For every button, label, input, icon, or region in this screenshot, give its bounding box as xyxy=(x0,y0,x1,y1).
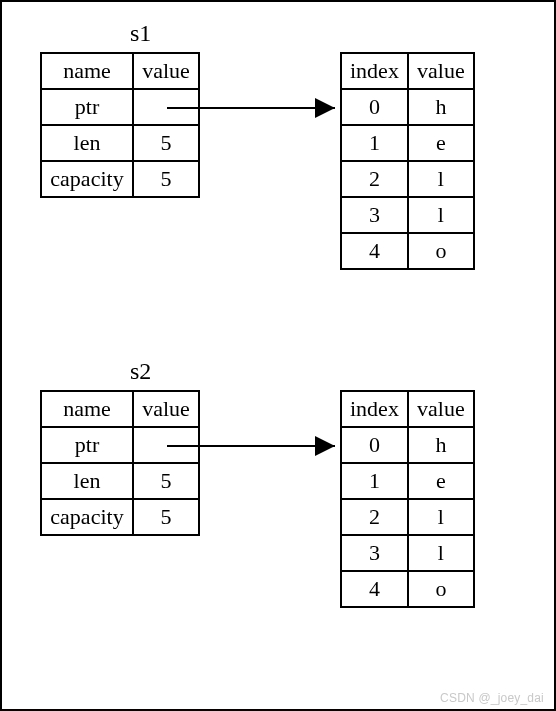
table-row: index value xyxy=(341,53,474,89)
watermark-text: CSDN @_joey_dai xyxy=(440,691,544,705)
s2-heap-cell: e xyxy=(408,463,474,499)
table-row: ptr xyxy=(41,427,199,463)
s1-label: s1 xyxy=(130,20,151,47)
table-row: ptr xyxy=(41,89,199,125)
s1-heap-cell: e xyxy=(408,125,474,161)
s2-heap-cell: 4 xyxy=(341,571,408,607)
s2-meta-cell: 5 xyxy=(133,463,199,499)
s1-meta-cell: capacity xyxy=(41,161,133,197)
s2-heap-cell: 3 xyxy=(341,535,408,571)
diagram-canvas: s1 name value ptr len 5 capacity 5 index… xyxy=(0,0,556,711)
table-row: 3 l xyxy=(341,197,474,233)
s1-heap-cell: l xyxy=(408,197,474,233)
table-row: 4 o xyxy=(341,571,474,607)
s1-meta-cell: 5 xyxy=(133,125,199,161)
s2-meta-header-value: value xyxy=(133,391,199,427)
table-row: 0 h xyxy=(341,427,474,463)
s2-meta-cell xyxy=(133,427,199,463)
table-row: 4 o xyxy=(341,233,474,269)
s1-heap-cell: 2 xyxy=(341,161,408,197)
s1-meta-cell: len xyxy=(41,125,133,161)
s1-heap-cell: 1 xyxy=(341,125,408,161)
s2-heap-cell: 2 xyxy=(341,499,408,535)
s2-heap-cell: 0 xyxy=(341,427,408,463)
s2-heap-header-value: value xyxy=(408,391,474,427)
s2-heap-cell: l xyxy=(408,535,474,571)
table-row: 0 h xyxy=(341,89,474,125)
s1-heap-cell: 0 xyxy=(341,89,408,125)
s2-meta-cell: capacity xyxy=(41,499,133,535)
s2-meta-table: name value ptr len 5 capacity 5 xyxy=(40,390,200,536)
table-row: 2 l xyxy=(341,499,474,535)
s2-heap-cell: 1 xyxy=(341,463,408,499)
s2-meta-cell: ptr xyxy=(41,427,133,463)
table-row: 2 l xyxy=(341,161,474,197)
s2-heap-cell: l xyxy=(408,499,474,535)
table-row: capacity 5 xyxy=(41,499,199,535)
s1-heap-table: index value 0 h 1 e 2 l 3 l 4 o xyxy=(340,52,475,270)
s1-heap-cell: l xyxy=(408,161,474,197)
s1-meta-cell: 5 xyxy=(133,161,199,197)
s2-meta-cell: 5 xyxy=(133,499,199,535)
s2-heap-table: index value 0 h 1 e 2 l 3 l 4 o xyxy=(340,390,475,608)
table-row: name value xyxy=(41,391,199,427)
s1-heap-header-value: value xyxy=(408,53,474,89)
table-row: len 5 xyxy=(41,125,199,161)
table-row: name value xyxy=(41,53,199,89)
table-row: index value xyxy=(341,391,474,427)
s1-heap-cell: h xyxy=(408,89,474,125)
s1-meta-table: name value ptr len 5 capacity 5 xyxy=(40,52,200,198)
s1-meta-cell: ptr xyxy=(41,89,133,125)
s1-heap-cell: o xyxy=(408,233,474,269)
table-row: 1 e xyxy=(341,125,474,161)
s2-meta-header-name: name xyxy=(41,391,133,427)
s1-heap-header-index: index xyxy=(341,53,408,89)
table-row: capacity 5 xyxy=(41,161,199,197)
s1-meta-header-name: name xyxy=(41,53,133,89)
s2-meta-cell: len xyxy=(41,463,133,499)
s2-heap-cell: h xyxy=(408,427,474,463)
s1-heap-cell: 4 xyxy=(341,233,408,269)
table-row: len 5 xyxy=(41,463,199,499)
s1-meta-cell xyxy=(133,89,199,125)
table-row: 3 l xyxy=(341,535,474,571)
s1-meta-header-value: value xyxy=(133,53,199,89)
s2-label: s2 xyxy=(130,358,151,385)
table-row: 1 e xyxy=(341,463,474,499)
s2-heap-header-index: index xyxy=(341,391,408,427)
s1-heap-cell: 3 xyxy=(341,197,408,233)
s2-heap-cell: o xyxy=(408,571,474,607)
